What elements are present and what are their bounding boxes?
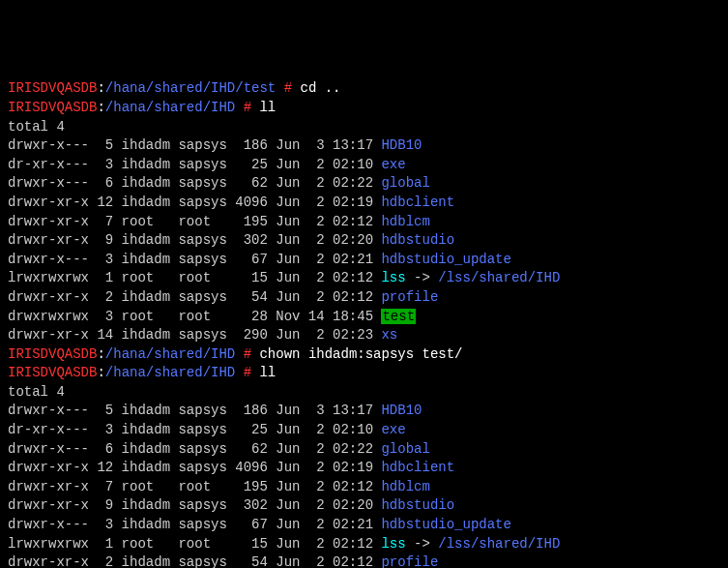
prompt-sep: : — [97, 365, 104, 380]
file-attrs: drwxr-xr-x 7 root root 195 Jun 2 02:12 — [8, 214, 381, 229]
command-text: ll — [259, 365, 276, 380]
file-attrs: drwxr-xr-x 9 ihdadm sapsys 302 Jun 2 02:… — [8, 497, 381, 513]
dir-name: hdblcm — [381, 479, 429, 494]
prompt-host: IRISDVQASDB — [8, 365, 97, 380]
listing-row: drwxr-xr-x 12 ihdadm sapsys 4096 Jun 2 0… — [8, 459, 720, 478]
dir-name: exe — [381, 422, 405, 437]
prompt-path: /hana/shared/IHD — [105, 365, 235, 380]
prompt-host: IRISDVQASDB — [8, 100, 97, 115]
listing-row: drwxr-xr-x 7 root root 195 Jun 2 02:12 h… — [8, 213, 720, 232]
dir-name: hdbclient — [381, 460, 454, 475]
prompt-path: /hana/shared/IHD — [105, 100, 235, 115]
prompt-path: /hana/shared/IHD — [105, 346, 235, 362]
symlink-arrow: -> — [406, 270, 439, 285]
listing-row: drwxr-xr-x 9 ihdadm sapsys 302 Jun 2 02:… — [8, 231, 720, 251]
listing-row: drwxr-xr-x 2 ihdadm sapsys 54 Jun 2 02:1… — [8, 553, 720, 568]
symlink-arrow: -> — [406, 536, 439, 552]
file-attrs: dr-xr-x--- 3 ihdadm sapsys 25 Jun 2 02:1… — [8, 422, 381, 437]
listing-row: lrwxrwxrwx 1 root root 15 Jun 2 02:12 ls… — [8, 535, 720, 554]
dir-name: HDB10 — [381, 137, 422, 153]
total-line: total 4 — [8, 118, 720, 137]
file-attrs: drwxr-x--- 5 ihdadm sapsys 186 Jun 3 13:… — [8, 137, 381, 153]
file-attrs: drwxr-xr-x 2 ihdadm sapsys 54 Jun 2 02:1… — [8, 554, 381, 568]
prompt-line: IRISDVQASDB:/hana/shared/IHD # ll — [8, 99, 720, 118]
file-attrs: drwxr-xr-x 12 ihdadm sapsys 4096 Jun 2 0… — [8, 460, 381, 475]
prompt-hash: # — [235, 365, 259, 380]
listing-row: drwxr-x--- 3 ihdadm sapsys 67 Jun 2 02:2… — [8, 516, 720, 535]
file-attrs: lrwxrwxrwx 1 root root 15 Jun 2 02:12 — [8, 270, 381, 285]
prompt-line: IRISDVQASDB:/hana/shared/IHD # chown ihd… — [8, 345, 720, 365]
dir-name: profile — [381, 554, 438, 568]
listing-row: drwxr-x--- 5 ihdadm sapsys 186 Jun 3 13:… — [8, 136, 720, 156]
file-attrs: drwxr-xr-x 2 ihdadm sapsys 54 Jun 2 02:1… — [8, 289, 381, 305]
file-attrs: drwxr-xr-x 7 root root 195 Jun 2 02:12 — [8, 479, 381, 494]
command-text: ll — [259, 100, 276, 115]
dir-name: global — [381, 441, 429, 457]
file-attrs: drwxr-x--- 6 ihdadm sapsys 62 Jun 2 02:2… — [8, 175, 381, 191]
symlink-target: /lss/shared/IHD — [438, 270, 560, 285]
file-attrs: lrwxrwxrwx 1 root root 15 Jun 2 02:12 — [8, 536, 381, 552]
file-attrs: drwxr-xr-x 9 ihdadm sapsys 302 Jun 2 02:… — [8, 232, 381, 248]
listing-row: drwxr-xr-x 2 ihdadm sapsys 54 Jun 2 02:1… — [8, 288, 720, 308]
listing-row: drwxr-x--- 6 ihdadm sapsys 62 Jun 2 02:2… — [8, 440, 720, 460]
listing-row: drwxr-x--- 6 ihdadm sapsys 62 Jun 2 02:2… — [8, 174, 720, 194]
symlink-target: /lss/shared/IHD — [438, 536, 560, 552]
prompt-hash: # — [276, 80, 300, 96]
prompt-line: IRISDVQASDB:/hana/shared/IHD/test # cd .… — [8, 79, 720, 99]
file-attrs: drwxr-x--- 5 ihdadm sapsys 186 Jun 3 13:… — [8, 403, 381, 418]
listing-row: drwxr-xr-x 9 ihdadm sapsys 302 Jun 2 02:… — [8, 496, 720, 516]
dir-name: hdbstudio — [381, 232, 454, 248]
highlighted-dir-name: test — [381, 309, 416, 324]
listing-row: drwxr-xr-x 14 ihdadm sapsys 290 Jun 2 02… — [8, 326, 720, 345]
listing-row: drwxr-x--- 5 ihdadm sapsys 186 Jun 3 13:… — [8, 402, 720, 421]
listing-row: dr-xr-x--- 3 ihdadm sapsys 25 Jun 2 02:1… — [8, 421, 720, 440]
symlink-name: lss — [381, 270, 405, 285]
file-attrs: dr-xr-x--- 3 ihdadm sapsys 25 Jun 2 02:1… — [8, 157, 381, 172]
prompt-sep: : — [97, 346, 104, 362]
listing-row: dr-xr-x--- 3 ihdadm sapsys 25 Jun 2 02:1… — [8, 156, 720, 175]
prompt-host: IRISDVQASDB — [8, 346, 97, 362]
prompt-line: IRISDVQASDB:/hana/shared/IHD # ll — [8, 364, 720, 383]
listing-row: drwxr-x--- 3 ihdadm sapsys 67 Jun 2 02:2… — [8, 251, 720, 270]
prompt-hash: # — [235, 100, 259, 115]
dir-name: hdblcm — [381, 214, 429, 229]
dir-name: hdbstudio_update — [381, 252, 510, 267]
dir-name: hdbstudio — [381, 497, 454, 513]
dir-name: hdbclient — [381, 194, 454, 210]
listing-row: drwxr-xr-x 12 ihdadm sapsys 4096 Jun 2 0… — [8, 194, 720, 213]
prompt-hash: # — [235, 346, 259, 362]
file-attrs: drwxr-xr-x 12 ihdadm sapsys 4096 Jun 2 0… — [8, 194, 381, 210]
prompt-sep: : — [97, 100, 104, 115]
prompt-host: IRISDVQASDB — [8, 80, 97, 96]
command-text: cd .. — [300, 80, 340, 96]
file-attrs: drwxr-x--- 3 ihdadm sapsys 67 Jun 2 02:2… — [8, 252, 381, 267]
dir-name: xs — [381, 327, 397, 343]
file-attrs: drwxrwxrwx 3 root root 28 Nov 14 18:45 — [8, 309, 381, 324]
dir-name: HDB10 — [381, 403, 422, 418]
prompt-sep: : — [97, 80, 104, 96]
dir-name: profile — [381, 289, 438, 305]
listing-row: drwxrwxrwx 3 root root 28 Nov 14 18:45 t… — [8, 308, 720, 327]
dir-name: exe — [381, 157, 405, 172]
file-attrs: drwxr-xr-x 14 ihdadm sapsys 290 Jun 2 02… — [8, 327, 381, 343]
command-text: chown ihdadm:sapsys test/ — [259, 346, 462, 362]
file-attrs: drwxr-x--- 6 ihdadm sapsys 62 Jun 2 02:2… — [8, 441, 381, 457]
listing-row: drwxr-xr-x 7 root root 195 Jun 2 02:12 h… — [8, 478, 720, 497]
dir-name: global — [381, 175, 429, 191]
prompt-path: /hana/shared/IHD/test — [105, 80, 276, 96]
terminal[interactable]: IRISDVQASDB:/hana/shared/IHD/test # cd .… — [8, 79, 720, 568]
symlink-name: lss — [381, 536, 405, 552]
file-attrs: drwxr-x--- 3 ihdadm sapsys 67 Jun 2 02:2… — [8, 517, 381, 532]
listing-row: lrwxrwxrwx 1 root root 15 Jun 2 02:12 ls… — [8, 269, 720, 288]
total-line: total 4 — [8, 383, 720, 403]
dir-name: hdbstudio_update — [381, 517, 510, 532]
